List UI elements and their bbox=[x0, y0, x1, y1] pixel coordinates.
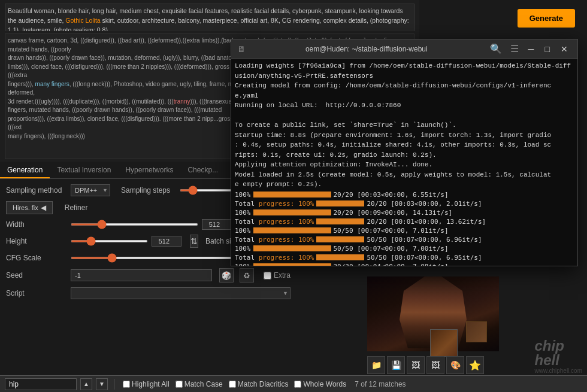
find-input[interactable] bbox=[5, 378, 77, 390]
thumbnail-preview[interactable] bbox=[430, 329, 458, 357]
terminal-line-4 bbox=[235, 111, 574, 121]
progress-line-2: Total progress: 100% 20/20 [00:03<00:00,… bbox=[235, 200, 574, 208]
find-match-count: 7 of 12 matches bbox=[355, 380, 406, 388]
progress-bar-6 bbox=[316, 236, 364, 242]
open-folder-button[interactable]: 📁 bbox=[367, 356, 385, 374]
sampling-steps-label: Sampling steps bbox=[121, 186, 175, 195]
terminal-menu-button[interactable]: ☰ bbox=[508, 42, 521, 56]
cfg-scale-slider[interactable] bbox=[71, 257, 257, 259]
progress-bar-7 bbox=[253, 245, 331, 251]
extra-checkbox-label: Extra bbox=[274, 271, 291, 279]
tab-textual-inversion[interactable]: Textual Inversion bbox=[50, 163, 118, 178]
terminal-line-8: Model loaded in 2.5s (create model: 0.5s… bbox=[235, 170, 574, 190]
generate-button[interactable]: Generate bbox=[518, 9, 575, 28]
terminal-minimize-button[interactable]: ─ bbox=[525, 43, 538, 55]
script-label: Script bbox=[6, 289, 66, 297]
extra-checkbox[interactable] bbox=[264, 272, 271, 279]
sampling-method-label: Sampling method bbox=[6, 186, 66, 195]
match-case-text: Match Case bbox=[184, 380, 223, 388]
terminal-window: 🖥 oem@Huden: ~/stable-diffusion-webui 🔍 … bbox=[231, 39, 578, 266]
seed-row: Seed 🎲 ♻ Extra bbox=[6, 268, 291, 282]
terminal-icon: 🖥 bbox=[237, 44, 246, 54]
find-previous-button[interactable]: ▲ bbox=[80, 378, 92, 390]
highlight-all-text: Highlight All bbox=[132, 380, 170, 388]
extra-label[interactable]: Extra bbox=[264, 271, 291, 279]
terminal-line-6: Startup time: 8.8s (prepare environment:… bbox=[235, 130, 574, 160]
star-button[interactable]: ⭐ bbox=[466, 356, 484, 374]
preview-decoration bbox=[466, 321, 487, 342]
hires-fix-button[interactable]: Hires. fix ◀ bbox=[6, 201, 53, 214]
tab-checkpoint[interactable]: Checkp... bbox=[180, 163, 225, 178]
width-slider[interactable] bbox=[71, 223, 198, 226]
refiner-label: Refiner bbox=[65, 203, 88, 212]
terminal-buttons: 🔍 ☰ ─ □ ✕ bbox=[488, 42, 571, 56]
progress-bar-2 bbox=[316, 200, 364, 206]
match-case-label[interactable]: Match Case bbox=[176, 380, 223, 388]
height-input[interactable] bbox=[152, 236, 181, 247]
progress-bar-4 bbox=[316, 218, 364, 224]
terminal-titlebar: 🖥 oem@Huden: ~/stable-diffusion-webui 🔍 … bbox=[231, 39, 577, 59]
highlight-all-checkbox[interactable] bbox=[123, 381, 130, 388]
progress-bar-8 bbox=[316, 254, 364, 260]
progress-line-6: Total progress: 100% 50/50 [00:07<00:00,… bbox=[235, 236, 574, 244]
terminal-search-button[interactable]: 🔍 bbox=[488, 42, 504, 56]
height-label: Height bbox=[6, 237, 66, 245]
width-label: Width bbox=[6, 220, 66, 229]
match-case-checkbox[interactable] bbox=[176, 381, 183, 388]
hires-arrow-icon: ◀ bbox=[41, 203, 46, 212]
progress-line-5: 100% 50/50 [00:07<00:00, 7.01it/s] bbox=[235, 227, 574, 235]
chiphell-logo-area: chip hell www.chiphell.com bbox=[535, 339, 582, 374]
chip-text: chip bbox=[535, 339, 582, 353]
width-input[interactable] bbox=[202, 219, 232, 230]
script-row: Script ▼ bbox=[6, 287, 291, 299]
sampling-method-wrapper: DPM++ SDE Karras Euler a Euler DPM++ 2M … bbox=[71, 184, 110, 196]
hires-fix-label: Hires. fix bbox=[13, 204, 38, 211]
width-group bbox=[71, 219, 232, 230]
terminal-line-3: Running on local URL: http://0.0.0.0:786… bbox=[235, 101, 574, 111]
progress-line-3: 100% 20/20 [00:09<00:00, 14.13it/s] bbox=[235, 209, 574, 217]
sampling-method-select[interactable]: DPM++ SDE Karras Euler a Euler DPM++ 2M … bbox=[71, 184, 110, 196]
cfg-scale-label: CFG Scale bbox=[6, 254, 66, 262]
whole-words-label[interactable]: Whole Words bbox=[294, 380, 346, 388]
terminal-maximize-button[interactable]: □ bbox=[541, 43, 553, 55]
progress-line-4: Total progress: 100% 20/20 [00:01<00:00,… bbox=[235, 218, 574, 226]
main-ui: Beautiful woman, blonde hair, long hair,… bbox=[0, 0, 587, 392]
height-slider[interactable] bbox=[71, 240, 148, 242]
tabs-container: Generation Textual Inversion Hypernetwor… bbox=[0, 163, 237, 179]
find-bar: ▲ ▼ Highlight All Match Case Match Diacr… bbox=[0, 375, 587, 392]
recycle-seed-button[interactable]: ♻ bbox=[240, 268, 254, 282]
terminal-title: oem@Huden: ~/stable-diffusion-webui bbox=[250, 45, 483, 53]
match-diacritics-checkbox[interactable] bbox=[229, 381, 236, 388]
swap-dimensions-button[interactable]: ⇅ bbox=[190, 235, 198, 248]
progress-line-9: 100% 30/30 [00:04<00:00, 7.08it/s] bbox=[235, 263, 574, 266]
hell-text: hell bbox=[535, 353, 582, 367]
find-next-button[interactable]: ▼ bbox=[96, 378, 108, 390]
chiphell-url: www.chiphell.com bbox=[535, 367, 582, 374]
terminal-close-button[interactable]: ✕ bbox=[557, 43, 571, 55]
image-button-1[interactable]: 🖼 bbox=[407, 356, 425, 374]
save-button[interactable]: 💾 bbox=[387, 356, 405, 374]
whole-words-checkbox[interactable] bbox=[294, 381, 301, 388]
tab-hypernetworks[interactable]: Hypernetworks bbox=[118, 163, 180, 178]
bottom-toolbar: 📁 💾 🖼 🖼 🎨 ⭐ bbox=[367, 356, 484, 374]
tab-generation[interactable]: Generation bbox=[0, 163, 50, 178]
progress-line-1: 100% 20/20 [00:03<00:00, 6.55it/s] bbox=[235, 191, 574, 199]
terminal-line-1: Loading weights [7f96a1a9ca] from /home/… bbox=[235, 61, 574, 81]
terminal-line-5: To create a public link, set `share=True… bbox=[235, 120, 574, 130]
find-separator-1 bbox=[114, 379, 114, 390]
progress-bar-1 bbox=[253, 192, 331, 197]
image-button-2[interactable]: 🖼 bbox=[426, 356, 444, 374]
seed-label: Seed bbox=[6, 271, 66, 279]
seed-input[interactable] bbox=[71, 269, 212, 281]
match-diacritics-text: Match Diacritics bbox=[238, 380, 289, 388]
progress-line-7: 100% 50/50 [00:07<00:00, 7.00it/s] bbox=[235, 245, 574, 253]
script-select[interactable] bbox=[71, 287, 291, 299]
match-diacritics-label[interactable]: Match Diacritics bbox=[229, 380, 289, 388]
progress-bar-5 bbox=[253, 227, 331, 233]
paint-button[interactable]: 🎨 bbox=[446, 356, 464, 374]
height-group bbox=[71, 236, 181, 247]
random-seed-button[interactable]: 🎲 bbox=[219, 268, 234, 282]
terminal-line-7: Applying attention optimization: InvokeA… bbox=[235, 160, 574, 170]
terminal-body[interactable]: Loading weights [7f96a1a9ca] from /home/… bbox=[231, 59, 577, 266]
highlight-all-label[interactable]: Highlight All bbox=[123, 380, 170, 388]
